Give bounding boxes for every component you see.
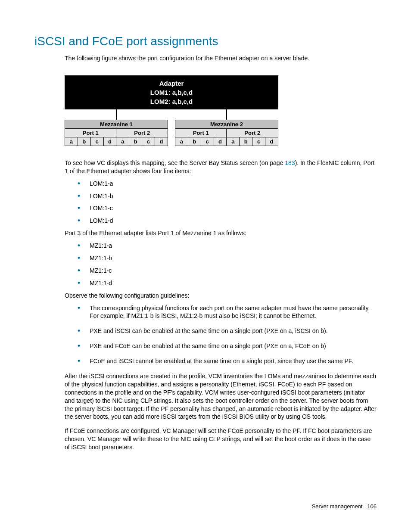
mezz1-p2-d: d [155,137,168,146]
after-iscsi-paragraph: After the iSCSI connections are created … [65,372,377,421]
mezz1-p2-c: c [142,137,155,146]
mezz2-p1-a: a [175,137,188,146]
mezz2-port2-label: Port 2 [227,128,278,137]
intro-paragraph: The following figure shows the port conf… [65,54,377,62]
footer-section: Server management [312,503,363,510]
mezz2-p2-c: c [252,137,265,146]
list-item: FCoE and iSCSI cannot be enabled at the … [78,357,377,365]
mezz2-port1-label: Port 1 [175,128,227,137]
list-item: MZ1:1-d [78,279,377,287]
mezz2-p1-d: d [214,137,227,146]
adapter-header: Adapter LOM1: a,b,c,d LOM2: a,b,c,d [65,75,278,109]
list-item: LOM:1-a [78,180,377,188]
page-link-183[interactable]: 183 [285,159,295,166]
adapter-lom1: LOM1: a,b,c,d [65,88,278,97]
mezz1-p2-a: a [116,137,129,146]
adapter-lom2: LOM2: a,b,c,d [65,97,278,106]
mezzanine-2-title: Mezzanine 2 [175,120,278,128]
mezz1-p2-b: b [129,137,142,146]
mezzanine-1-table: Mezzanine 1 Port 1 Port 2 a b c d a b c … [65,120,168,146]
mezz1-port2-label: Port 2 [116,128,168,137]
list-item: MZ1:1-a [78,242,377,250]
list-item: LOM:1-c [78,204,377,212]
list-item: The corresponding physical functions for… [78,304,377,320]
mezzanine-2-table: Mezzanine 2 Port 1 Port 2 a b c d a b c … [175,120,278,146]
mezz2-p1-c: c [201,137,214,146]
mapping-paragraph: To see how VC displays this mapping, see… [65,159,377,175]
mezz1-p1-a: a [65,137,78,146]
page-footer: Server management 106 [312,503,377,510]
mz-list: MZ1:1-a MZ1:1-b MZ1:1-c MZ1:1-d [78,242,377,287]
mezz2-p2-b: b [240,137,252,146]
list-item: PXE and iSCSI can be enabled at the same… [78,327,377,335]
connector-lines [65,109,278,120]
list-item: PXE and FCoE can be enabled at the same … [78,342,377,350]
footer-page-number: 106 [367,503,377,510]
observe-paragraph: Observe the following configuration guid… [65,292,377,300]
adapter-diagram: Adapter LOM1: a,b,c,d LOM2: a,b,c,d Mezz… [65,75,377,146]
guidelines-list: The corresponding physical functions for… [78,304,377,365]
mezz2-p1-b: b [188,137,201,146]
list-item: LOM:1-b [78,192,377,200]
list-item: MZ1:1-c [78,267,377,275]
port3-paragraph: Port 3 of the Ethernet adapter lists Por… [65,229,377,237]
list-item: MZ1:1-b [78,254,377,262]
mezz1-p1-d: d [103,137,116,146]
fcoe-paragraph: If FCoE connections are configured, VC M… [65,427,377,451]
mezz1-p1-c: c [90,137,103,146]
adapter-title: Adapter [65,79,278,88]
mezz2-p2-a: a [227,137,240,146]
mezzanine-row: Mezzanine 1 Port 1 Port 2 a b c d a b c … [65,120,278,146]
list-item: LOM:1-d [78,217,377,225]
lom-list: LOM:1-a LOM:1-b LOM:1-c LOM:1-d [78,180,377,225]
page-heading: iSCSI and FCoE port assignments [34,34,377,48]
mezz2-p2-d: d [265,137,278,146]
mezzanine-1-title: Mezzanine 1 [65,120,168,128]
mezz1-port1-label: Port 1 [65,128,116,137]
mapping-text-pre: To see how VC displays this mapping, see… [65,159,285,166]
mezz1-p1-b: b [78,137,90,146]
